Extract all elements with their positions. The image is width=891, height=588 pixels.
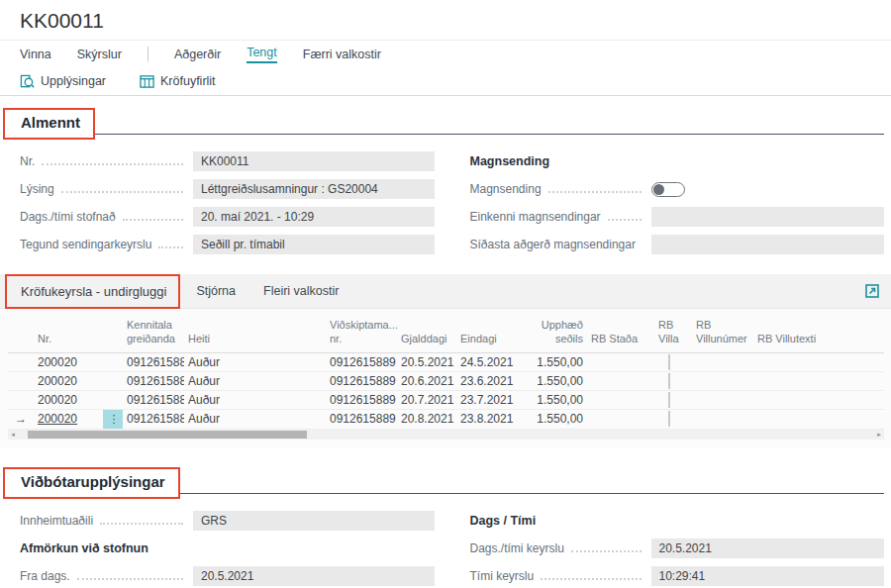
field-lysing: Lýsing Léttgreiðslusamningur : GS20004 (20, 175, 435, 203)
cell-gjalddagi: 20.5.2021 (397, 352, 456, 371)
section-title-almennt[interactable]: Almennt (21, 114, 80, 131)
field-nr: Nr. KK00011 (20, 147, 435, 175)
table-row-selected[interactable]: → 200020 ⋮ 0912615889 Auður 0912615889 2… (8, 409, 884, 429)
cell-rb-villa (654, 390, 692, 409)
rb-villa-checkbox[interactable] (668, 411, 670, 427)
rb-villa-checkbox[interactable] (668, 354, 670, 370)
col-rb-stada[interactable]: RB Staða (587, 309, 654, 352)
cell-rb-villunumer (692, 390, 753, 409)
cell-kennitala: 0912615889 (123, 409, 184, 429)
col-rb-villutexti[interactable]: RB Villutexti (753, 309, 884, 352)
row-context-menu-button[interactable]: ⋮ (103, 410, 123, 429)
row-gutter (8, 371, 34, 390)
field-innheimtuadili-input[interactable]: GRS (193, 511, 435, 531)
col-rb-villunumer[interactable]: RB Villunúmer (692, 309, 753, 352)
cell-rb-villunumer (692, 352, 753, 371)
field-tegund-sendingarkeyrslu-input[interactable]: Seðill pr. tímabil (193, 235, 435, 254)
cell-heiti: Auður (184, 409, 326, 429)
col-rb-villa[interactable]: RB Villa (654, 309, 692, 352)
dotted-leader (158, 246, 183, 248)
rb-villa-checkbox[interactable] (668, 373, 670, 389)
cell-vidskiptanr-link[interactable]: 0912615889 (326, 352, 397, 371)
open-in-window-button[interactable] (865, 284, 879, 298)
page-title: KK00011 (0, 0, 891, 40)
field-lysing-input[interactable]: Léttgreiðslusamningur : GS20004 (193, 179, 435, 199)
cell-rb-villutexti (753, 390, 884, 409)
field-nr-label: Nr. (20, 154, 35, 168)
magnsending-toggle[interactable] (651, 182, 685, 197)
field-dags-timi-stofnad-input[interactable]: 20. maí 2021. - 10:29 (193, 207, 435, 227)
group-title-dags-timi: Dags / Tími (470, 507, 885, 535)
cell-row-menu (99, 352, 123, 371)
dotted-leader (42, 163, 183, 165)
col-eindagi[interactable]: Eindagi (456, 309, 530, 352)
dotted-leader (548, 191, 642, 193)
menu-item-faerri-valkostir[interactable]: Færri valkostir (303, 48, 381, 61)
scroll-right-arrow-icon[interactable]: ▸ (874, 430, 884, 440)
table-row[interactable]: 200020 0912615889 Auður 0912615889 20.7.… (8, 390, 884, 409)
cell-rb-villutexti (753, 352, 884, 371)
action-toolbar: Upplýsingar Kröfuyfirlit (0, 67, 891, 96)
subpage-menu-stjorna[interactable]: Stjórna (196, 284, 236, 298)
cell-vidskiptanr-link[interactable]: 0912615889 (326, 371, 397, 390)
cell-heiti: Auður (184, 352, 326, 371)
menu-item-adgerdir[interactable]: Aðgerðir (174, 48, 221, 61)
field-dags-timi-keyrslu: Dags./tími keyrslu 20.5.2021 (470, 535, 885, 562)
cell-eindagi: 23.8.2021 (456, 409, 530, 429)
cell-rb-stada (587, 371, 654, 390)
field-fra-dags-input[interactable]: 20.5.2021 (193, 566, 435, 586)
menu-item-vinna[interactable]: Vinna (20, 48, 51, 61)
cell-rb-villa (654, 371, 692, 390)
horizontal-scrollbar[interactable]: ◂ ▸ (8, 430, 884, 440)
krofuyfirlit-button[interactable]: Kröfuyfirlit (140, 74, 216, 89)
field-einkenni-magnsendingar-input[interactable] (651, 207, 885, 227)
cell-vidskiptanr-link[interactable]: 0912615889 (326, 409, 397, 429)
cell-nr-link[interactable]: 200020 (38, 412, 77, 426)
col-vidskiptanr[interactable]: Viðskiptama... nr. (326, 309, 397, 352)
field-fra-dags-label: Fra dags. (20, 569, 70, 583)
field-innheimtuadili-label: Innheimtuaðili (20, 514, 93, 528)
open-in-window-icon (865, 284, 879, 298)
field-tegund-sendingarkeyrslu: Tegund sendingarkeyrslu Seðill pr. tímab… (20, 231, 435, 258)
subpage-menu-fleiri-valkostir[interactable]: Fleiri valkostir (263, 284, 339, 298)
section-title-vidbotar[interactable]: Viðbótarupplýsingar (21, 473, 165, 490)
cell-rb-stada (587, 390, 654, 409)
field-sidasta-adgerd-magnsendingar-input[interactable] (651, 235, 885, 254)
cell-rb-villutexti (753, 409, 884, 429)
cell-nr: 200020 (34, 352, 99, 371)
col-heiti[interactable]: Heiti (184, 309, 326, 352)
cell-rb-villunumer (692, 409, 753, 429)
row-gutter (8, 352, 34, 371)
cell-upphaed-link[interactable]: 1.550,00 (530, 390, 587, 409)
field-nr-input[interactable]: KK00011 (193, 151, 435, 171)
selected-row-marker-icon: → (8, 409, 34, 429)
menu-item-tengt[interactable]: Tengt (247, 46, 277, 63)
scrollbar-track[interactable] (18, 430, 874, 440)
cell-vidskiptanr-link[interactable]: 0912615889 (326, 390, 397, 409)
upplysingar-button[interactable]: Upplýsingar (20, 74, 106, 89)
rb-villa-checkbox[interactable] (668, 392, 670, 408)
krofuyfirlit-label: Kröfuyfirlit (160, 74, 216, 88)
command-bar: Vinna Skýrslur Aðgerðir Tengt Færri valk… (0, 40, 891, 96)
col-dots (99, 309, 123, 352)
cell-eindagi: 23.7.2021 (456, 390, 530, 409)
col-gjalddagi[interactable]: Gjalddagi (397, 309, 456, 352)
col-nr[interactable]: Nr. (34, 309, 99, 352)
cell-upphaed-link[interactable]: 1.550,00 (530, 352, 587, 371)
info-lookup-icon (20, 74, 35, 89)
cell-upphaed-link[interactable]: 1.550,00 (530, 371, 587, 390)
field-timi-keyrslu-input[interactable]: 10:29:41 (651, 566, 885, 586)
action-menubar: Vinna Skýrslur Aðgerðir Tengt Færri valk… (0, 41, 891, 67)
table-row[interactable]: 200020 0912615889 Auður 0912615889 20.5.… (8, 352, 884, 371)
subpage-body: Nr. Kennitala greiðanda Heiti Viðskiptam… (0, 309, 891, 447)
table-row[interactable]: 200020 0912615889 Auður 0912615889 20.6.… (8, 371, 884, 390)
menu-item-skyrslur[interactable]: Skýrslur (77, 48, 122, 61)
field-dags-timi-keyrslu-input[interactable]: 20.5.2021 (651, 539, 885, 558)
cell-kennitala: 0912615889 (123, 352, 184, 371)
cell-upphaed-link[interactable]: 1.550,00 (530, 409, 587, 429)
krofukeyrsla-table: Nr. Kennitala greiðanda Heiti Viðskiptam… (8, 309, 884, 430)
col-upphaed-sedils[interactable]: Upphæð seðils (530, 309, 587, 352)
scroll-left-arrow-icon[interactable]: ◂ (8, 430, 18, 440)
col-kennitala[interactable]: Kennitala greiðanda (123, 309, 184, 352)
scrollbar-thumb[interactable] (28, 431, 307, 439)
